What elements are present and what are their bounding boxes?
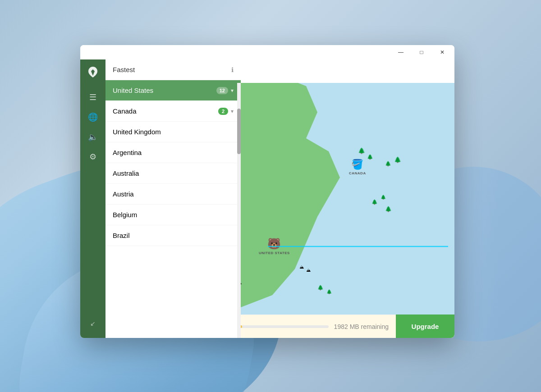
mountain-icon-5: ⛰: [306, 268, 311, 273]
minimize-button[interactable]: —: [390, 45, 411, 59]
collapse-icon: ↙: [90, 320, 96, 327]
sidebar-item-settings[interactable]: ⚙: [84, 148, 102, 166]
tree-icon-2: 🌲: [367, 154, 373, 160]
main-area: 🌲 🌲 🌲 🌲 🌲 🌲 🌲 🌲 🌲 🌲 🌲 ⛰ ⛰ ⛰ ⛰ ⛰ 🪣 CANADA: [105, 59, 454, 338]
globe-icon: 🌐: [88, 112, 98, 122]
country-name-uk: United Kingdom: [113, 128, 161, 136]
tree-icon-7: 🌲: [385, 206, 392, 212]
server-count-us: 12: [216, 87, 228, 94]
sidebar-item-collapse[interactable]: ↙: [84, 315, 102, 333]
settings-icon: ⚙: [89, 152, 96, 162]
fastest-label: Fastest: [113, 66, 135, 73]
country-name-be: Belgium: [113, 211, 137, 219]
country-list[interactable]: United States 12 ▾ Canada 2 ▾: [105, 80, 241, 338]
sidebar-item-sound[interactable]: 🔈: [84, 128, 102, 146]
mountain-icon-4: ⛰: [299, 264, 304, 269]
sidebar-bottom: ↙: [84, 315, 102, 334]
tree-icon-4: 🌲: [394, 156, 401, 163]
tree-icon-11: 🌲: [326, 289, 332, 294]
info-icon[interactable]: ℹ: [231, 66, 234, 73]
country-item-us[interactable]: United States 12 ▾: [105, 80, 241, 101]
app-window: — □ ✕ ☰ 🌐 🔈 ⚙: [80, 45, 454, 338]
tree-icon-6: 🌲: [381, 195, 386, 200]
country-item-be[interactable]: Belgium: [105, 205, 241, 225]
sidebar-item-globe[interactable]: 🌐: [84, 108, 102, 126]
tree-icon-3: 🌲: [385, 161, 391, 167]
usa-bear-icon: 🐻: [267, 237, 281, 250]
country-name-ar: Argentina: [113, 149, 142, 156]
canada-barrel-icon: 🪣: [351, 159, 363, 170]
country-name-us: United States: [113, 87, 153, 94]
app-logo: [84, 63, 102, 81]
title-bar: — □ ✕: [80, 45, 454, 59]
app-content: ☰ 🌐 🔈 ⚙ ↙: [80, 59, 454, 338]
country-item-ca[interactable]: Canada 2 ▾: [105, 101, 241, 122]
country-item-at[interactable]: Austria: [105, 184, 241, 205]
usa-marker: 🐻 UNITED STATES: [259, 237, 290, 255]
canada-marker: 🪣 CANADA: [349, 159, 366, 175]
tree-icon-5: 🌲: [371, 199, 378, 205]
country-name-at: Austria: [113, 190, 134, 198]
menu-icon: ☰: [89, 92, 96, 102]
server-count-ca: 2: [218, 108, 228, 115]
country-name-au: Australia: [113, 169, 139, 177]
maximize-button[interactable]: □: [411, 45, 432, 59]
country-item-au[interactable]: Australia: [105, 163, 241, 184]
chevron-down-icon-us: ▾: [231, 87, 234, 94]
upgrade-button[interactable]: Upgrade: [396, 315, 454, 338]
country-meta-ca: 2 ▾: [218, 108, 234, 115]
usa-label: UNITED STATES: [259, 251, 290, 255]
country-item-uk[interactable]: United Kingdom: [105, 122, 241, 142]
country-name-ca: Canada: [113, 107, 137, 115]
chevron-down-icon-ca: ▾: [231, 108, 234, 114]
canada-label: CANADA: [349, 171, 366, 175]
country-dropdown: Fastest ℹ United States 12 ▾: [105, 59, 241, 338]
sidebar-item-menu[interactable]: ☰: [84, 88, 102, 106]
fastest-option[interactable]: Fastest ℹ: [105, 59, 241, 80]
country-item-br[interactable]: Brazil: [105, 225, 241, 246]
sound-icon: 🔈: [88, 132, 98, 142]
close-button[interactable]: ✕: [432, 45, 453, 59]
tree-icon-10: 🌲: [317, 285, 324, 291]
tree-icon-1: 🌲: [358, 147, 365, 154]
scrollbar-thumb[interactable]: [237, 109, 241, 155]
scrollbar-track[interactable]: [237, 83, 241, 338]
country-meta-us: 12 ▾: [216, 87, 234, 94]
country-name-br: Brazil: [113, 232, 130, 239]
remaining-text: 1982 MB remaining: [334, 323, 389, 330]
sidebar: ☰ 🌐 🔈 ⚙ ↙: [80, 59, 105, 338]
country-item-ar[interactable]: Argentina: [105, 142, 241, 163]
